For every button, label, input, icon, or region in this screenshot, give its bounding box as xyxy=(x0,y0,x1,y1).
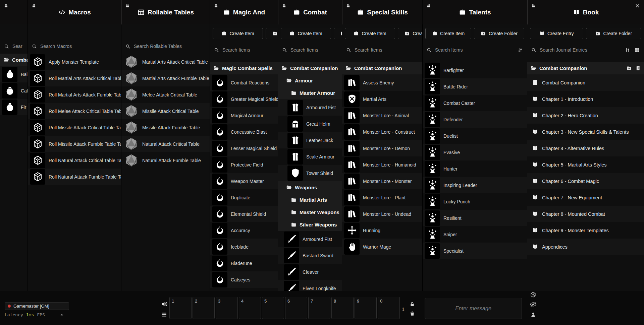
table-search-input[interactable] xyxy=(134,44,206,49)
item-lucky-punch[interactable]: Lucky Punch xyxy=(423,193,527,210)
item-search-input[interactable] xyxy=(290,47,338,53)
menu-icon[interactable] xyxy=(161,312,167,318)
item-cleaver[interactable]: Cleaver xyxy=(278,264,342,280)
lock-icon[interactable] xyxy=(125,3,130,8)
entry-appendices[interactable]: Appendices xyxy=(527,239,644,255)
macro-search-input[interactable] xyxy=(40,44,117,49)
lock-icon[interactable] xyxy=(531,3,536,8)
item-evasive[interactable]: Evasive xyxy=(423,144,527,160)
item-barfighter[interactable]: Barfighter xyxy=(423,62,527,78)
entry-chapter-4-alternative-rules[interactable]: Chapter 4 - Alternative Rules xyxy=(527,140,644,156)
item-natural-attack-fumble-table[interactable]: Natural Attack Fumble Table xyxy=(121,152,210,169)
lock-icon[interactable] xyxy=(4,3,8,8)
close-icon[interactable] xyxy=(635,3,640,8)
item-sniper[interactable]: Sniper xyxy=(423,226,527,243)
item-search-input[interactable] xyxy=(355,47,418,53)
item-concussive-blast[interactable]: Concussive Blast xyxy=(210,124,278,140)
item-roll-missile-attack-critical-table-table[interactable]: Roll Missile Attack Critical Table Table xyxy=(28,119,121,136)
folder-master-armour[interactable]: Master Armour xyxy=(278,87,342,99)
item-elemental-shield[interactable]: Elemental Shield xyxy=(210,206,278,222)
item-martial-arts[interactable]: Martial Arts xyxy=(342,91,422,107)
item-duelist[interactable]: Duelist xyxy=(423,128,527,144)
folder-martial-arts[interactable]: Martial Arts xyxy=(278,194,342,206)
item-elven-longknife[interactable]: Elven Longknife xyxy=(278,280,342,291)
create-entry-button[interactable]: Create Entry xyxy=(530,28,583,39)
item-assess-enemy[interactable]: Assess Enemy xyxy=(342,74,422,91)
item-resilient[interactable]: Resilient xyxy=(423,210,527,226)
item-martial-arts-attack-critical-table[interactable]: Martial Arts Attack Critical Table xyxy=(121,54,210,70)
hotbar-slot-3[interactable]: 3 xyxy=(216,297,238,319)
item-monster-lore-animal[interactable]: Monster Lore - Animal xyxy=(342,107,422,124)
create-item-button[interactable]: Create Item xyxy=(281,28,331,39)
item-combat-caster[interactable]: Combat Caster xyxy=(423,95,527,111)
speaker-icon[interactable] xyxy=(161,301,168,308)
item-apply-monster-template[interactable]: Apply Monster Template xyxy=(28,54,121,70)
hotbar-slot-6[interactable]: 6 xyxy=(285,297,307,319)
entry-chapter-8-mounted-combat[interactable]: Chapter 8 - Mounted Combat xyxy=(527,206,644,222)
item-missile-attack-critical-table[interactable]: Missile Attack Critical Table xyxy=(121,103,210,119)
layout-toggle-icon[interactable] xyxy=(634,47,640,53)
collapse-caret-icon[interactable] xyxy=(60,313,64,317)
create-folder-button[interactable]: Create Folder xyxy=(398,28,422,39)
folder-silver-weapons[interactable]: Silver Weapons xyxy=(278,218,342,231)
item-fir[interactable]: Fir xyxy=(0,99,28,115)
item-warrior-mage[interactable]: Warrior Mage xyxy=(342,239,422,255)
hotbar-slot-0[interactable]: 0 xyxy=(378,297,400,319)
folder-plus-icon[interactable] xyxy=(627,66,632,71)
item-leather-jack[interactable]: Leather Jack xyxy=(278,132,342,148)
hotbar-trash-icon[interactable] xyxy=(410,311,415,316)
item-search-input[interactable] xyxy=(435,47,513,53)
item-battle-rider[interactable]: Battle Rider xyxy=(423,78,527,95)
folder-comba[interactable]: Comba xyxy=(0,54,28,66)
item-martial-arts-attack-fumble-table[interactable]: Martial Arts Attack Fumble Table xyxy=(121,70,210,86)
entry-chapter-9-monster-templates[interactable]: Chapter 9 - Monster Templates xyxy=(527,222,644,239)
create-folder-button[interactable]: Create Folder xyxy=(586,28,642,39)
hotbar-slot-8[interactable]: 8 xyxy=(331,297,354,319)
item-missile-attack-fumble-table[interactable]: Missile Attack Fumble Table xyxy=(121,119,210,136)
item-monster-lore-humanoid[interactable]: Monster Lore - Humanoid xyxy=(342,156,422,173)
create-item-button[interactable]: Create Item xyxy=(213,28,263,39)
item-bastard-sword[interactable]: Bastard Sword xyxy=(278,247,342,264)
lock-icon[interactable] xyxy=(214,3,218,8)
item-armoured-fist[interactable]: Armoured Fist xyxy=(278,231,342,247)
user-icon[interactable] xyxy=(530,312,536,318)
hotbar-slot-4[interactable]: 4 xyxy=(239,297,261,319)
folder-master-weapons[interactable]: Master Weapons xyxy=(278,206,342,218)
inventory-search-input[interactable] xyxy=(12,44,23,49)
item-magical-armour[interactable]: Magical Armour xyxy=(210,107,278,124)
item-greater-magical-shield[interactable]: Greater Magical Shield xyxy=(210,91,278,107)
item-cal[interactable]: Cal xyxy=(0,82,28,99)
item-bal[interactable]: Bal xyxy=(0,66,28,82)
item-iceblade[interactable]: Iceblade xyxy=(210,239,278,255)
item-roll-melee-attack-critical-table-table[interactable]: Roll Melee Attack Critical Table Table xyxy=(28,103,121,119)
folder-armour[interactable]: Armour xyxy=(278,74,342,87)
hotbar-slot-2[interactable]: 2 xyxy=(193,297,215,319)
entry-chapter-2-hero-creation[interactable]: Chapter 2 - Hero Creation xyxy=(527,107,644,124)
folder-weapons[interactable]: Weapons xyxy=(278,181,342,194)
item-monster-lore-plant[interactable]: Monster Lore - Plant xyxy=(342,189,422,206)
folder-magic-combat-spells[interactable]: Magic Combat Spells xyxy=(210,62,278,74)
item-catseyes[interactable]: Catseyes xyxy=(210,271,278,288)
item-search-input[interactable] xyxy=(222,47,274,53)
journal-search-input[interactable] xyxy=(540,47,621,53)
folder-combat-companion[interactable]: Combat Companion xyxy=(278,62,342,74)
hotbar-slot-7[interactable]: 7 xyxy=(308,297,330,319)
item-natural-attack-critical-table[interactable]: Natural Attack Critical Table xyxy=(121,136,210,152)
item-monster-lore-monster[interactable]: Monster Lore - Monster xyxy=(342,173,422,189)
item-accuracy[interactable]: Accuracy xyxy=(210,222,278,239)
item-duplicate[interactable]: Duplicate xyxy=(210,189,278,206)
item-great-helm[interactable]: Great Helm xyxy=(278,116,342,132)
item-monster-lore-demon[interactable]: Monster Lore - Demon xyxy=(342,140,422,156)
create-item-button[interactable]: Create Item xyxy=(425,28,471,39)
chat-input[interactable] xyxy=(425,298,522,319)
item-monster-lore-undead[interactable]: Monster Lore - Undead xyxy=(342,206,422,222)
item-defender[interactable]: Defender xyxy=(423,111,527,128)
create-folder-button[interactable]: Create Folder xyxy=(266,28,278,39)
item-melee-attack-critical-table[interactable]: Melee Attack Critical Table xyxy=(121,86,210,103)
item-hunter[interactable]: Hunter xyxy=(423,160,527,177)
folder-combat-companion[interactable]: Combat Companion xyxy=(527,62,644,74)
item-roll-martial-arts-attack-critical-table-t[interactable]: Roll Martial Arts Attack Critical Table … xyxy=(28,70,121,86)
hotbar-lock-icon[interactable] xyxy=(410,302,415,307)
item-combat-reactions[interactable]: Combat Reactions xyxy=(210,74,278,91)
item-armoured-fist[interactable]: Armoured Fist xyxy=(278,99,342,116)
